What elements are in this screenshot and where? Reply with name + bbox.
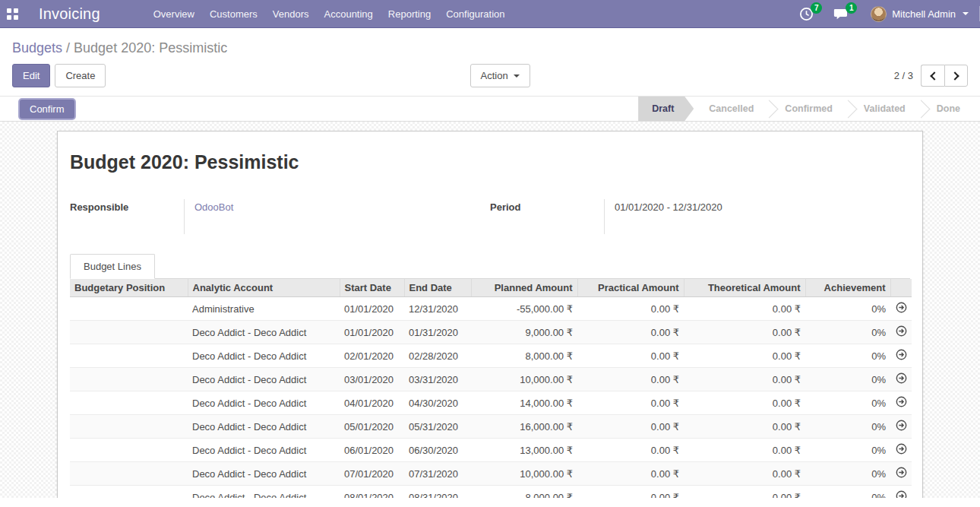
open-record-button[interactable]	[890, 439, 912, 462]
cell-analytic_account: Deco Addict - Deco Addict	[188, 439, 340, 462]
column-header-practical_amount[interactable]: Practical Amount	[577, 279, 684, 297]
main-menu: Overview Customers Vendors Accounting Re…	[146, 0, 513, 27]
tab-budget-lines[interactable]: Budget Lines	[70, 254, 155, 279]
menu-configuration[interactable]: Configuration	[438, 0, 512, 27]
top-navbar: Invoicing Overview Customers Vendors Acc…	[0, 0, 980, 28]
column-header-start_date[interactable]: Start Date	[340, 279, 404, 297]
table-row[interactable]: Deco Addict - Deco Addict08/01/202008/31…	[70, 486, 912, 499]
open-record-button[interactable]	[890, 368, 912, 391]
table-row[interactable]: Deco Addict - Deco Addict02/01/202002/28…	[70, 344, 912, 368]
cell-budgetary_position	[70, 486, 188, 499]
cell-planned_amount: -55,000.00 ₹	[471, 297, 577, 321]
edit-button[interactable]: Edit	[12, 64, 50, 87]
cell-start_date: 06/01/2020	[340, 439, 404, 462]
menu-reporting[interactable]: Reporting	[381, 0, 438, 27]
cell-achievement: 0%	[805, 344, 890, 368]
create-button[interactable]: Create	[55, 64, 106, 87]
pager-next-button[interactable]	[944, 65, 968, 87]
user-menu[interactable]: Mitchell Admin	[858, 0, 976, 27]
action-dropdown-button[interactable]: Action	[470, 64, 530, 87]
menu-accounting[interactable]: Accounting	[317, 0, 381, 27]
cell-analytic_account: Deco Addict - Deco Addict	[188, 462, 340, 486]
table-row[interactable]: Administrative01/01/202012/31/2020-55,00…	[70, 297, 912, 321]
status-step-draft[interactable]: Draft	[638, 97, 694, 121]
breadcrumb: Budgets / Budget 2020: Pessimistic	[12, 38, 968, 58]
column-header-end_date[interactable]: End Date	[404, 279, 471, 297]
menu-vendors[interactable]: Vendors	[265, 0, 317, 27]
tab-strip: Budget Lines	[70, 254, 910, 279]
column-header-analytic_account[interactable]: Analytic Account	[188, 279, 340, 297]
control-panel: Budgets / Budget 2020: Pessimistic Edit …	[0, 28, 980, 96]
systray: 7 1 Mitchell Admin	[789, 0, 980, 27]
cell-achievement: 0%	[805, 462, 890, 486]
open-record-button[interactable]	[890, 486, 912, 499]
cell-analytic_account: Deco Addict - Deco Addict	[188, 486, 340, 499]
table-row[interactable]: Deco Addict - Deco Addict03/01/202003/31…	[70, 368, 912, 391]
status-steps: Draft Cancelled Confirmed Validated Done	[638, 97, 975, 121]
status-step-confirmed[interactable]: Confirmed	[770, 97, 848, 121]
chevron-down-icon	[514, 74, 520, 78]
page-title: Budget 2020: Pessimistic	[70, 151, 910, 173]
cell-analytic_account: Deco Addict - Deco Addict	[188, 344, 340, 368]
column-header-theoretical_amount[interactable]: Theoretical Amount	[684, 279, 805, 297]
cell-practical_amount: 0.00 ₹	[577, 415, 684, 439]
column-header-budgetary_position[interactable]: Budgetary Position	[70, 279, 188, 297]
cell-practical_amount: 0.00 ₹	[577, 321, 684, 344]
cell-end_date: 02/28/2020	[404, 344, 471, 368]
table-row[interactable]: Deco Addict - Deco Addict05/01/202005/31…	[70, 415, 912, 439]
chevron-right-icon	[950, 71, 959, 80]
status-step-cancelled[interactable]: Cancelled	[694, 97, 769, 121]
table-row[interactable]: Deco Addict - Deco Addict04/01/202004/30…	[70, 391, 912, 415]
open-record-arrow-circle-icon	[896, 420, 907, 431]
open-record-arrow-circle-icon	[896, 302, 907, 313]
pager-previous-button[interactable]	[921, 65, 944, 87]
table-row[interactable]: Deco Addict - Deco Addict06/01/202006/30…	[70, 439, 912, 462]
open-record-button[interactable]	[890, 391, 912, 415]
cell-start_date: 04/01/2020	[340, 391, 404, 415]
cell-end_date: 12/31/2020	[404, 297, 471, 321]
status-step-validated[interactable]: Validated	[849, 97, 921, 121]
app-brand[interactable]: Invoicing	[39, 5, 100, 23]
activity-count-badge: 7	[811, 2, 822, 14]
cell-start_date: 02/01/2020	[340, 344, 404, 368]
confirm-button[interactable]: Confirm	[18, 98, 76, 120]
apps-menu-icon[interactable]	[7, 8, 18, 20]
menu-customers[interactable]: Customers	[202, 0, 265, 27]
cell-achievement: 0%	[805, 321, 890, 344]
menu-overview[interactable]: Overview	[146, 0, 202, 27]
cell-start_date: 01/01/2020	[340, 297, 404, 321]
messages-button[interactable]: 1	[824, 0, 858, 27]
cell-achievement: 0%	[805, 415, 890, 439]
statusbar: Confirm Draft Cancelled Confirmed Valida…	[0, 96, 980, 122]
cell-practical_amount: 0.00 ₹	[577, 297, 684, 321]
cell-end_date: 06/30/2020	[404, 439, 471, 462]
cell-start_date: 05/01/2020	[340, 415, 404, 439]
table-row[interactable]: Deco Addict - Deco Addict07/01/202007/31…	[70, 462, 912, 486]
cell-end_date: 05/31/2020	[404, 415, 471, 439]
column-header-achievement[interactable]: Achievement	[805, 279, 890, 297]
open-record-button[interactable]	[890, 297, 912, 321]
cell-start_date: 08/01/2020	[340, 486, 404, 499]
breadcrumb-separator: /	[62, 40, 74, 55]
open-record-arrow-circle-icon	[896, 372, 907, 384]
open-record-button[interactable]	[890, 462, 912, 486]
cell-budgetary_position	[70, 368, 188, 391]
cell-achievement: 0%	[805, 368, 890, 391]
open-record-button[interactable]	[890, 415, 912, 439]
cell-budgetary_position	[70, 439, 188, 462]
field-group: Responsible OdooBot Period 01/01/2020 - …	[70, 199, 910, 234]
breadcrumb-budgets-link[interactable]: Budgets	[12, 40, 62, 55]
cell-theoretical_amount: 0.00 ₹	[684, 297, 805, 321]
notebook: Budget Lines Budgetary PositionAnalytic …	[70, 254, 910, 498]
message-count-badge: 1	[846, 2, 857, 14]
open-record-button[interactable]	[890, 344, 912, 368]
open-record-button[interactable]	[890, 321, 912, 344]
cell-planned_amount: 14,000.00 ₹	[471, 391, 577, 415]
form-sheet: Budget 2020: Pessimistic Responsible Odo…	[57, 131, 923, 498]
column-header-planned_amount[interactable]: Planned Amount	[471, 279, 577, 297]
responsible-value-link[interactable]: OdooBot	[184, 199, 490, 234]
cell-planned_amount: 8,000.00 ₹	[471, 344, 577, 368]
activities-button[interactable]: 7	[789, 0, 824, 27]
table-row[interactable]: Deco Addict - Deco Addict01/01/202001/31…	[70, 321, 912, 344]
cell-start_date: 01/01/2020	[340, 321, 404, 344]
